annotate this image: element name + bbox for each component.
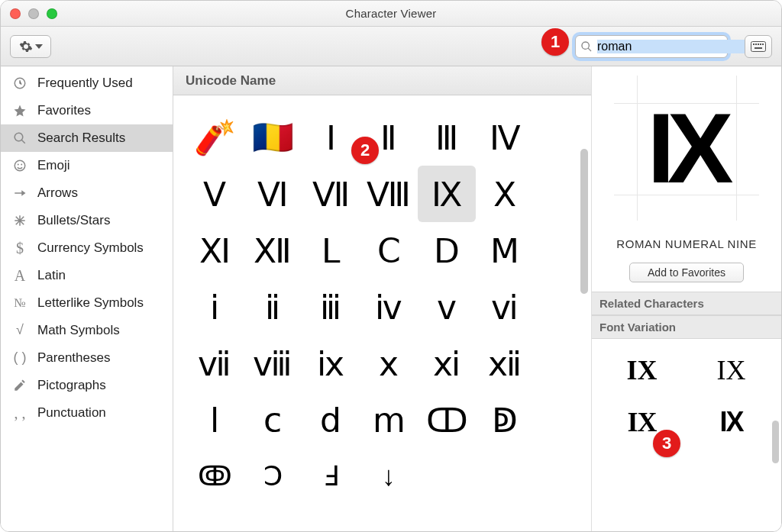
character-cell[interactable]: ⅿ [360,392,418,448]
character-cell[interactable]: ⅾ [302,392,360,448]
callout-3: 3 [653,430,680,457]
compact-mode-button[interactable] [745,35,772,58]
character-cell[interactable]: 🧨 [186,109,244,166]
character-cell[interactable]: Ⅎ [302,448,360,505]
svg-rect-4 [760,44,761,45]
character-cell[interactable]: ↀ [418,392,476,448]
clock-icon [11,75,28,92]
chevron-down-icon [35,43,43,50]
detail-pane: IX ROMAN NUMERAL NINE Add to Favorites R… [592,66,781,531]
svg-rect-1 [753,44,755,45]
character-cell[interactable]: ⅹ [360,335,418,392]
minimize-window-button[interactable] [28,8,39,19]
settings-menu-button[interactable] [10,35,51,58]
character-cell[interactable]: ⅲ [302,279,360,335]
pencil-icon [11,377,28,394]
character-cell[interactable]: Ⅼ [302,222,360,279]
sidebar-item-label: Search Results [37,131,125,146]
character-cell[interactable]: ⅶ [186,335,244,392]
character-cell[interactable]: Ⅹ [476,166,534,222]
sidebar-item-frequently-used[interactable]: Frequently Used [1,69,173,97]
sidebar-item-pictographs[interactable]: Pictographs [1,372,173,399]
svg-rect-5 [762,44,764,45]
sidebar-item-label: Math Symbols [37,324,120,338]
preview-gridlines [614,76,759,221]
sidebar-item-label: Frequently Used [37,76,133,91]
character-cell[interactable]: Ⅻ [244,222,302,279]
sidebar-item-label: Arrows [37,186,78,201]
maximize-window-button[interactable] [47,8,57,19]
results-scrollbar[interactable] [580,149,588,294]
font-variant[interactable]: IX [689,347,774,394]
sidebar-item-label: Favorites [37,104,91,118]
parens-icon: ( ) [11,350,28,366]
character-cell[interactable]: ⅵ [476,279,534,335]
add-to-favorites-button[interactable]: Add to Favorites [629,263,744,282]
detail-scrollbar[interactable] [772,421,779,463]
character-cell[interactable]: Ⅳ [476,109,534,166]
character-cell[interactable]: ⅻ [476,335,534,392]
character-cell[interactable]: ⅼ [186,392,244,448]
character-cell[interactable]: ⅴ [418,279,476,335]
character-cell[interactable]: ↁ [476,392,534,448]
character-cell[interactable]: Ⅷ [360,166,418,222]
character-cell[interactable]: Ⅵ [244,166,302,222]
character-cell[interactable]: ⅸ [302,335,360,392]
character-cell[interactable]: Ↄ [244,448,302,505]
sidebar-item-label: Latin [37,269,66,283]
window-title: Character Viewer [346,7,437,20]
character-cell[interactable]: Ⅲ [418,109,476,166]
sidebar-item-arrows[interactable]: Arrows [1,179,173,207]
character-cell[interactable]: Ⅾ [418,222,476,279]
character-cell[interactable]: ⅳ [360,279,418,335]
character-cell[interactable]: Ⅿ [476,222,534,279]
svg-rect-2 [755,44,757,45]
sidebar-item-punctuation[interactable]: , ,Punctuation [1,399,173,427]
callout-2: 2 [351,137,379,164]
character-cell[interactable]: Ⅰ [302,109,360,166]
character-cell[interactable]: Ⅺ [186,222,244,279]
sidebar-item-label: Currency Symbols [37,241,144,256]
character-cell[interactable]: ⅺ [418,335,476,392]
titlebar: Character Viewer [1,1,781,27]
character-cell[interactable] [476,448,534,505]
search-input[interactable] [597,40,750,53]
character-cell[interactable]: Ⅴ [186,166,244,222]
character-cell[interactable]: ↓ [360,448,418,505]
sidebar-item-currency-symbols[interactable]: $Currency Symbols [1,234,173,262]
toolbar: ✕ [1,27,781,66]
sidebar-item-search-results[interactable]: Search Results [1,124,173,152]
sidebar-item-math-symbols[interactable]: √Math Symbols [1,317,173,344]
font-variant[interactable]: IX [599,347,684,394]
character-grid: 🧨🇷🇴ⅠⅡⅢⅣⅤⅥⅦⅧⅨⅩⅪⅫⅬⅭⅮⅯⅰⅱⅲⅳⅴⅵⅶⅷⅸⅹⅺⅻⅼⅽⅾⅿↀↁↂↃℲ… [173,95,591,512]
character-cell[interactable]: ⅽ [244,392,302,448]
sidebar-item-letterlike-symbols[interactable]: №Letterlike Symbols [1,289,173,317]
close-window-button[interactable] [10,8,21,19]
character-cell[interactable]: ⅰ [186,279,244,335]
search-field[interactable]: ✕ [575,35,728,58]
sidebar-item-emoji[interactable]: Emoji [1,152,173,179]
character-cell[interactable]: 🇷🇴 [244,109,302,166]
sidebar-item-label: Letterlike Symbols [37,296,144,311]
sidebar-item-favorites[interactable]: Favorites [1,97,173,124]
svg-rect-0 [751,41,766,51]
related-characters-header[interactable]: Related Characters [592,292,781,315]
character-cell[interactable]: Ⅽ [360,222,418,279]
sidebar-item-parentheses[interactable]: ( )Parentheses [1,344,173,372]
character-preview: IX [614,76,759,221]
character-cell[interactable] [418,448,476,505]
character-cell[interactable]: ↂ [186,448,244,505]
sidebar-item-latin[interactable]: ALatin [1,262,173,289]
character-cell[interactable]: ⅷ [244,335,302,392]
font-variation-header[interactable]: Font Variation [592,315,781,339]
character-cell[interactable]: ⅱ [244,279,302,335]
character-cell[interactable]: Ⅶ [302,166,360,222]
svg-point-10 [21,164,22,166]
window-controls [10,8,57,19]
dollar-icon: $ [11,240,28,256]
sidebar-item-bullets-stars[interactable]: Bullets/Stars [1,207,173,234]
comma-icon: , , [11,405,28,421]
asterisk-icon [11,212,28,229]
font-variant[interactable]: IX [689,398,774,446]
character-cell[interactable]: Ⅸ [418,166,476,222]
